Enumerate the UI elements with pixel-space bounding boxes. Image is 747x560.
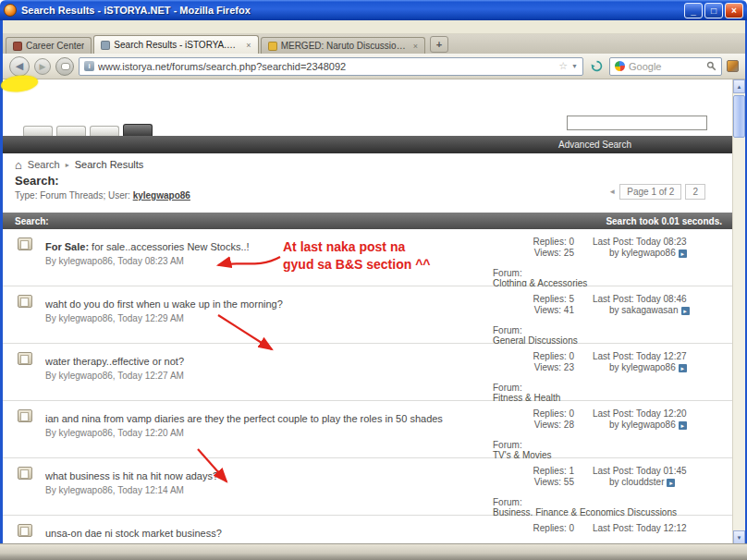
red-text-annotation: At last naka post na gyud sa B&S section… <box>283 238 431 274</box>
site-nav-tab[interactable] <box>56 126 86 136</box>
url-input[interactable]: www.istorya.net/forums/search.php?search… <box>98 61 555 72</box>
web-search-box[interactable]: Google <box>609 57 722 76</box>
advanced-search-link[interactable]: Advanced Search <box>558 140 631 150</box>
thread-byline: By kylegwapo86, Today 12:20 AM <box>45 428 480 438</box>
search-criteria: Type: Forum Threads; User: kylegwapo86 <box>15 190 190 201</box>
views-count: Views: 28 <box>502 420 574 431</box>
last-post-info: Last Post: Today 12:12 <box>593 523 729 534</box>
thread-title-link[interactable]: unsa-on dae ni stock market business? <box>45 528 480 539</box>
annotation-line-2: gyud sa B&S section ^^ <box>283 256 431 274</box>
search-user-link[interactable]: kylegwapo86 <box>133 190 190 201</box>
thread-stats: Replies: 0 Views: 23 <box>502 351 574 373</box>
toolbar-extension-icon[interactable] <box>727 60 739 72</box>
goto-last-post-icon[interactable]: ▸ <box>679 250 687 258</box>
pagination: ◄ Page 1 of 2 2 <box>608 184 705 200</box>
forward-button[interactable]: ▶ <box>34 58 51 75</box>
browser-tab[interactable]: MERGED: Naruto Discussions - Page 1878 × <box>261 37 425 54</box>
views-count: Views: 55 <box>502 477 574 488</box>
window-titlebar: Search Results - iSTORYA.NET - Mozilla F… <box>0 0 747 20</box>
url-bar[interactable]: i www.istorya.net/forums/search.php?sear… <box>79 57 583 76</box>
last-post-author-link[interactable]: by sakagawasan <box>609 305 679 316</box>
web-search-input[interactable]: Google <box>629 61 703 72</box>
thread-title-link[interactable]: what business is hit na hit now adays? <box>45 470 480 481</box>
thread-title-link[interactable]: waht do you do first when u wake up in t… <box>45 298 480 310</box>
site-nav-tab[interactable] <box>123 124 153 136</box>
new-tab-button[interactable]: + <box>430 36 448 53</box>
replies-count: Replies: 0 <box>502 408 574 420</box>
site-nav-tab[interactable] <box>23 126 53 136</box>
last-post-info: Last Post: Today 08:46 by sakagawasan ▸ <box>593 294 729 316</box>
forum-label: Forum: <box>493 268 729 278</box>
replies-count: Replies: 0 <box>502 523 574 534</box>
prev-page-icon[interactable]: ◄ <box>608 188 616 196</box>
last-post-time: Last Post: Today 01:45 <box>593 466 729 477</box>
scroll-down-button[interactable]: ▼ <box>733 530 745 544</box>
page-2-link[interactable]: 2 <box>685 184 705 200</box>
thread-status-icon <box>18 352 32 365</box>
back-button[interactable]: ◀ <box>9 56 30 77</box>
tab-label: Career Center <box>26 41 84 51</box>
menu-bar <box>3 20 745 34</box>
forum-label: Forum: <box>493 383 729 393</box>
thread-title-link[interactable]: ian and nina from vamp diaries are they … <box>45 413 480 424</box>
minimize-button[interactable]: _ <box>684 3 703 18</box>
views-count: Views: 41 <box>502 305 574 316</box>
goto-last-post-icon[interactable]: ▸ <box>679 421 687 430</box>
site-identity-icon[interactable] <box>55 57 74 76</box>
thread-stats: Replies: 0 Views: 28 <box>502 408 574 431</box>
reload-button[interactable] <box>588 58 605 75</box>
browser-tab[interactable]: Career Center <box>6 37 92 54</box>
breadcrumb-search[interactable]: Search <box>28 159 60 170</box>
search-result-row: what business is hit na hit now adays? B… <box>3 458 733 516</box>
vertical-scrollbar[interactable]: ▲ ▼ <box>732 79 745 544</box>
last-post-author-link[interactable]: by kylegwapo86 <box>609 362 676 373</box>
thread-stats: Replies: 5 Views: 41 <box>502 294 574 316</box>
forum-search-input[interactable] <box>567 116 707 130</box>
last-post-info: Last Post: Today 08:23 by kylegwapo86 ▸ <box>593 237 729 259</box>
search-magnifier-icon[interactable] <box>706 61 716 71</box>
thread-title-link[interactable]: water therapy..effective or not? <box>45 356 480 367</box>
tab-favicon-icon <box>13 42 22 51</box>
replies-count: Replies: 1 <box>502 466 574 477</box>
last-post-time: Last Post: Today 12:20 <box>593 408 729 420</box>
results-header-title: Search: <box>3 216 49 226</box>
scrollbar-thumb[interactable] <box>733 95 745 138</box>
tab-favicon-icon <box>268 42 277 51</box>
last-post-author-link[interactable]: by kylegwapo86 <box>609 420 676 431</box>
google-logo-icon[interactable] <box>615 61 625 71</box>
thread-status-icon <box>18 409 32 422</box>
thread-status-icon <box>18 295 32 308</box>
thread-stats: Replies: 0 <box>502 523 574 534</box>
goto-last-post-icon[interactable]: ▸ <box>679 364 687 372</box>
close-button[interactable]: × <box>725 3 743 18</box>
browser-tab[interactable]: Search Results - iSTORYA.NET × <box>93 35 258 54</box>
search-result-row: waht do you do first when u wake up in t… <box>3 286 733 344</box>
page-title: Search: <box>15 174 59 188</box>
tab-close-icon[interactable]: × <box>246 41 251 50</box>
site-nav-tab[interactable] <box>90 126 119 136</box>
tab-strip: Career Center Search Results - iSTORYA.N… <box>3 34 745 54</box>
tab-label: Search Results - iSTORYA.NET <box>114 40 241 50</box>
last-post-author-link[interactable]: by clouddster <box>609 477 664 488</box>
maximize-button[interactable]: □ <box>704 3 723 18</box>
url-dropdown-icon[interactable]: ▼ <box>571 63 578 69</box>
replies-count: Replies: 0 <box>502 351 574 362</box>
home-icon[interactable]: ⌂ <box>15 160 22 170</box>
bookmark-star-icon[interactable]: ☆ <box>558 60 568 72</box>
goto-last-post-icon[interactable]: ▸ <box>667 479 675 487</box>
last-post-info: Last Post: Today 12:20 by kylegwapo86 ▸ <box>593 408 729 431</box>
views-count: Views: 23 <box>502 362 574 373</box>
goto-last-post-icon[interactable]: ▸ <box>681 307 690 315</box>
last-post-time: Last Post: Today 08:23 <box>593 237 729 248</box>
annotation-line-1: At last naka post na <box>283 238 431 256</box>
scroll-up-button[interactable]: ▲ <box>733 79 745 93</box>
page-indicator[interactable]: Page 1 of 2 <box>619 184 681 200</box>
tab-close-icon[interactable]: × <box>413 42 418 51</box>
bottom-bar <box>0 543 747 560</box>
tab-favicon-icon <box>101 41 110 50</box>
page-content: Advanced Search ⌂ Search ▸ Search Result… <box>3 79 733 544</box>
reload-icon <box>591 60 603 72</box>
last-post-author-link[interactable]: by kylegwapo86 <box>609 248 676 259</box>
window-title: Search Results - iSTORYA.NET - Mozilla F… <box>21 5 684 16</box>
breadcrumb-search-results: Search Results <box>75 159 144 170</box>
